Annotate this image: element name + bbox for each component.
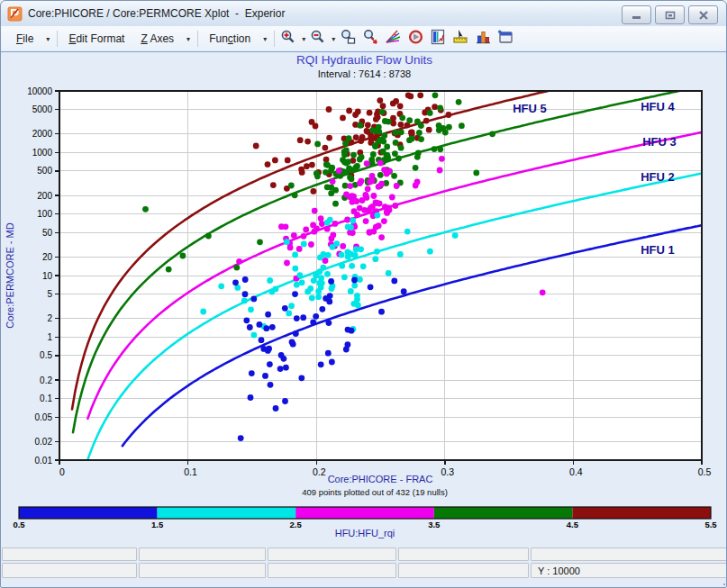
new-window-button[interactable]: [495, 29, 517, 49]
minimize-button[interactable]: [622, 5, 651, 24]
minimize-icon: [632, 11, 642, 20]
pick-ruler-icon: [452, 29, 469, 49]
svg-text:10: 10: [42, 271, 53, 281]
app-icon: [7, 6, 23, 22]
zoom-pick-icon: [362, 29, 379, 49]
svg-text:0.02: 0.02: [35, 437, 53, 447]
svg-text:HFU 5: HFU 5: [513, 102, 547, 115]
status-bar: Y : 10000: [1, 547, 727, 580]
svg-text:5.5: 5.5: [704, 520, 717, 529]
svg-text:200: 200: [37, 191, 52, 201]
svg-text:0.2: 0.2: [40, 375, 52, 385]
menu-dropdown-z-axes[interactable]: ▾: [182, 32, 195, 47]
new-window-icon: [497, 29, 514, 49]
chart-title: RQI Hydraulic Flow Units: [1, 52, 727, 68]
svg-text:2: 2: [47, 313, 52, 323]
zoom-in-icon: [280, 29, 297, 49]
status-cell: Y : 10000: [531, 563, 727, 578]
svg-text:0.2: 0.2: [313, 466, 326, 477]
svg-text:1: 1: [47, 332, 52, 342]
svg-text:2000: 2000: [32, 129, 53, 139]
svg-text:0.5: 0.5: [13, 520, 25, 529]
status-cell: [2, 547, 137, 561]
status-cell: [531, 547, 727, 561]
menu-separator: [274, 31, 275, 47]
zoom-in-button[interactable]: [277, 29, 300, 49]
histogram-icon: [475, 29, 492, 49]
close-icon: [698, 11, 709, 20]
svg-text:20: 20: [42, 252, 53, 262]
colorbar: 0.51.52.53.54.55.5: [13, 507, 717, 529]
svg-text:10000: 10000: [27, 86, 52, 96]
color-log-icon: [430, 29, 447, 49]
zoom-out-dropdown[interactable]: ▾: [330, 35, 337, 43]
record-icon: [407, 29, 424, 49]
svg-text:HFU 3: HFU 3: [642, 135, 677, 149]
svg-text:0.1: 0.1: [184, 466, 197, 477]
pick-ruler-button[interactable]: [450, 29, 472, 49]
menu-item-function[interactable]: Function: [201, 29, 259, 49]
zoom-box-icon: [340, 29, 357, 49]
record-button[interactable]: [404, 29, 427, 49]
xplot-canvas[interactable]: 100005000200010005002001005020105210.50.…: [1, 84, 727, 547]
colorbar-label: HFU:HFU_rqi: [335, 528, 395, 538]
menu-bar: File▾Edit FormatZ Axes▾Function▾▾▾: [1, 26, 726, 52]
svg-text:3.5: 3.5: [428, 520, 441, 529]
svg-text:2.5: 2.5: [290, 520, 303, 529]
svg-text:0.05: 0.05: [35, 412, 53, 422]
status-cell: [398, 563, 529, 578]
resize-grip[interactable]: [716, 581, 726, 588]
svg-text:1.5: 1.5: [151, 520, 164, 529]
menu-separator: [57, 31, 58, 47]
status-cell: [268, 547, 396, 561]
status-cell: [139, 563, 266, 578]
app-window: Core:PHICORE / Core:PERMCORE Xplot - Exp…: [0, 0, 727, 588]
status-cell: [398, 547, 529, 561]
y-axis-label: Core:PERMCORE - MD: [5, 222, 15, 328]
svg-text:1000: 1000: [32, 148, 53, 158]
svg-text:0.3: 0.3: [441, 466, 454, 477]
menu-dropdown-file[interactable]: ▾: [41, 32, 54, 47]
menu-item-file[interactable]: File: [8, 29, 41, 49]
svg-text:HFU 4: HFU 4: [641, 100, 675, 113]
zoom-out-button[interactable]: [307, 29, 330, 49]
menu-dropdown-function[interactable]: ▾: [259, 32, 271, 47]
fan-plot-button[interactable]: [382, 29, 404, 49]
maximize-button[interactable]: [655, 5, 685, 24]
svg-text:100: 100: [37, 209, 52, 219]
chart-header: RQI Hydraulic Flow Units Interval : 7614…: [1, 52, 727, 81]
menu-item-z-axes[interactable]: Z Axes: [132, 29, 182, 49]
menu-item-edit-format[interactable]: Edit Format: [60, 29, 132, 49]
svg-text:50: 50: [42, 228, 53, 238]
zoom-out-icon: [310, 29, 327, 49]
svg-text:4.5: 4.5: [567, 520, 579, 529]
svg-text:500: 500: [37, 166, 52, 176]
zoom-box-button[interactable]: [337, 29, 359, 49]
status-cell: [139, 547, 266, 561]
window-title: Core:PHICORE / Core:PERMCORE Xplot - Exp…: [28, 7, 285, 20]
svg-text:0: 0: [59, 466, 65, 477]
zoom-in-dropdown[interactable]: ▾: [300, 35, 307, 43]
y-readout: Y : 10000: [538, 565, 580, 576]
svg-text:5: 5: [47, 289, 52, 299]
svg-text:HFU 1: HFU 1: [641, 243, 675, 257]
status-cell: [268, 563, 396, 578]
svg-text:0.5: 0.5: [698, 466, 712, 477]
svg-text:0.4: 0.4: [569, 466, 583, 477]
zoom-pick-button[interactable]: [359, 29, 382, 49]
chart-subtitle: Interval : 7614 : 8738: [1, 68, 727, 81]
svg-text:HFU 2: HFU 2: [641, 170, 675, 184]
maximize-icon: [665, 11, 676, 20]
title-bar: Core:PHICORE / Core:PERMCORE Xplot - Exp…: [1, 1, 726, 26]
close-button[interactable]: [688, 5, 718, 24]
svg-text:0.1: 0.1: [40, 394, 52, 403]
menu-separator: [197, 31, 198, 47]
x-axis-label: Core:PHICORE - FRAC: [328, 474, 433, 484]
histogram-button[interactable]: [472, 29, 495, 49]
fan-plot-icon: [385, 29, 402, 49]
status-cell: [2, 563, 137, 578]
svg-text:5000: 5000: [32, 104, 53, 114]
svg-text:0.5: 0.5: [40, 350, 52, 360]
color-log-button[interactable]: [427, 29, 450, 49]
svg-text:0.01: 0.01: [35, 456, 53, 466]
